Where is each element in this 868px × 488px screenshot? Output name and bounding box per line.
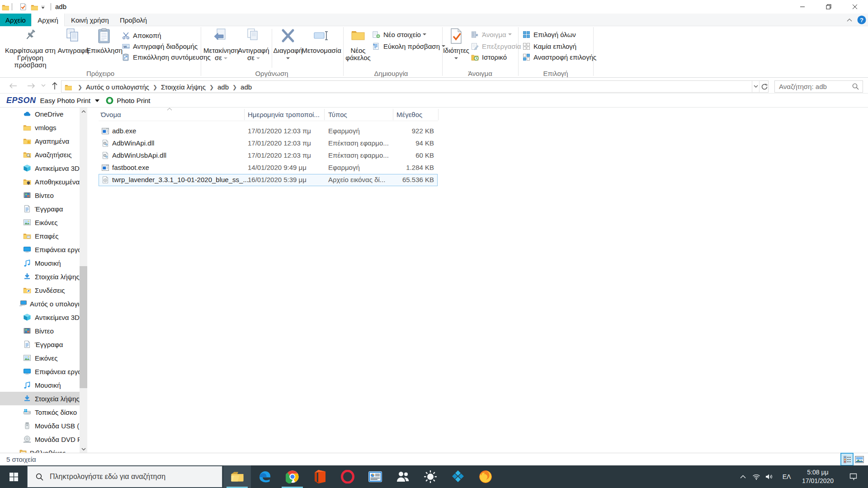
sidebar-item-usb-23[interactable]: Μονάδα USB (	[0, 419, 80, 432]
edit-button[interactable]: Επεξεργασία	[471, 41, 521, 52]
sidebar-item-download-21[interactable]: Στοιχεία λήψης	[0, 392, 80, 405]
file-row-fastboot.exe[interactable]: fastboot.exe14/01/2020 9:49 μμΕφαρμογή1.…	[99, 162, 438, 174]
wifi-icon[interactable]	[750, 465, 762, 488]
thumbnails-view-button[interactable]	[855, 455, 864, 464]
address-bar[interactable]: ❯ Αυτός ο υπολογιστής ❯ Στοιχεία λήψης ❯…	[61, 80, 769, 93]
forward-button[interactable]	[24, 78, 38, 94]
sidebar-item-folder-saved-5[interactable]: Αποθηκευμένα παιχνίδια	[0, 175, 80, 188]
sidebar-item-folder-search-3[interactable]: Αναζητήσεις	[0, 148, 80, 161]
taskbar-app-sun[interactable]	[416, 465, 444, 488]
sidebar-item-cube-15[interactable]: Αντικείμενα 3D	[0, 310, 80, 324]
taskbar-app-chrome[interactable]	[278, 465, 306, 488]
new-folder-button[interactable]: Νέοςφάκελος	[345, 28, 371, 61]
taskbar-app-office[interactable]	[306, 465, 334, 488]
sidebar-item-download-12[interactable]: Στοιχεία λήψης	[0, 270, 80, 283]
epson-menu[interactable]: Easy Photo Print	[40, 97, 91, 104]
tray-language[interactable]: ΕΛ	[779, 465, 794, 488]
open-button[interactable]: Άνοιγμα	[471, 29, 512, 40]
sidebar-item-folder-contact-9[interactable]: Επαφές	[0, 229, 80, 243]
sidebar-item-desktop-19[interactable]: Επιφάνεια εργασίας	[0, 365, 80, 378]
copy-to-button[interactable]: Αντιγραφήσε	[237, 28, 270, 61]
history-button[interactable]: Ιστορικό	[471, 52, 507, 62]
move-to-button[interactable]: Μετακίνησησε	[205, 28, 237, 61]
sidebar-item-libraries-25[interactable]: Βιβλιοθήκες	[0, 446, 80, 453]
tab-home[interactable]: Αρχική	[31, 14, 65, 27]
tray-clock[interactable]: 5:08 μμ17/01/2020	[797, 465, 839, 488]
select-all-button[interactable]: Επιλογή όλων	[523, 29, 576, 40]
breadcrumb-adb2[interactable]: adb	[241, 83, 252, 91]
taskbar-app-opera[interactable]	[334, 465, 361, 488]
tray-show-hidden-icons[interactable]	[737, 465, 749, 488]
sidebar-item-music-11[interactable]: Μουσική	[0, 256, 80, 270]
sidebar-item-disk-22[interactable]: Τοπικός δίσκο	[0, 405, 80, 419]
column-separator[interactable]	[438, 109, 439, 120]
sidebar-scrollbar[interactable]	[80, 108, 87, 453]
close-button[interactable]	[842, 0, 868, 14]
taskbar-app-firefox[interactable]	[472, 465, 499, 488]
taskbar-app-mail-cards[interactable]	[361, 465, 389, 488]
column-separator[interactable]	[324, 109, 325, 120]
sidebar-item-onedrive-0[interactable]: OneDrive	[0, 108, 80, 121]
taskbar-app-kodi[interactable]	[444, 465, 472, 488]
back-button[interactable]	[6, 78, 20, 94]
qat-properties-icon[interactable]	[19, 3, 27, 10]
sidebar-item-computer-14[interactable]: Αυτός ο υπολογιστής	[0, 297, 80, 310]
sidebar-item-video-6[interactable]: Βίντεο	[0, 188, 80, 202]
qat-new-folder-icon[interactable]	[31, 3, 38, 10]
select-none-button[interactable]: Καμία επιλογή	[523, 41, 576, 52]
volume-icon[interactable]	[763, 465, 776, 488]
delete-button[interactable]: Διαγραφή	[274, 28, 302, 61]
breadcrumb-this-pc[interactable]: Αυτός ο υπολογιστής	[86, 83, 149, 91]
taskbar-app-file-explorer[interactable]	[223, 465, 251, 488]
collapse-ribbon-icon[interactable]	[846, 18, 853, 22]
easy-access-button[interactable]: Εύκολη πρόσβαση	[373, 41, 445, 52]
file-row-AdbWinApi.dll[interactable]: AdbWinApi.dll17/01/2020 12:03 πμΕπέκταση…	[99, 137, 438, 150]
action-center-icon[interactable]	[846, 465, 860, 488]
file-row-adb.exe[interactable]: adb.exe17/01/2020 12:03 πμΕφαρμογή922 KB	[99, 125, 438, 137]
tab-file[interactable]: Αρχείο	[0, 14, 31, 26]
restore-button[interactable]	[816, 0, 842, 14]
file-row-AdbWinUsbApi.dll[interactable]: AdbWinUsbApi.dll17/01/2020 12:03 πμΕπέκτ…	[99, 150, 438, 162]
column-header-type[interactable]: Τύπος	[328, 108, 387, 121]
sidebar-item-desktop-10[interactable]: Επιφάνεια εργασίας	[0, 243, 80, 256]
sidebar-item-folder-link-13[interactable]: Συνδέσεις	[0, 283, 80, 297]
paste-shortcut-button[interactable]: Επικόλληση συντόμευσης	[122, 52, 211, 62]
details-view-button[interactable]	[840, 453, 854, 466]
sidebar-item-picture-18[interactable]: Εικόνες	[0, 351, 80, 365]
invert-selection-button[interactable]: Αναστροφή επιλογής	[523, 52, 596, 62]
sidebar-item-document-7[interactable]: Έγγραφα	[0, 202, 80, 216]
photo-print-button[interactable]: Photo Print	[117, 97, 150, 104]
sidebar-item-folder-star-2[interactable]: Αγαπημένα	[0, 134, 80, 148]
sidebar-item-document-17[interactable]: Έγγραφα	[0, 338, 80, 351]
paste-button[interactable]: Επικόλληση	[89, 28, 120, 54]
epson-menu-caret-icon[interactable]	[95, 99, 99, 102]
start-button[interactable]	[0, 465, 27, 488]
recent-locations-caret-icon[interactable]	[39, 78, 48, 94]
rename-button[interactable]: Μετονομασία	[302, 28, 340, 54]
column-separator[interactable]	[393, 109, 393, 120]
sidebar-item-picture-8[interactable]: Εικόνες	[0, 216, 80, 229]
sidebar-item-cube-4[interactable]: Αντικείμενα 3D	[0, 161, 80, 175]
new-item-button[interactable]: Νέο στοιχείο	[373, 29, 426, 40]
qat-customize-caret-icon[interactable]	[41, 6, 45, 9]
properties-button[interactable]: Ιδιότητες	[443, 28, 469, 61]
file-row-twrp_lavender_3.3.1_10-01-2020_blue_ss_...[interactable]: twrp_lavender_3.3.1_10-01-2020_blue_ss_.…	[99, 174, 438, 186]
search-icon[interactable]	[852, 83, 859, 90]
cut-button[interactable]: Αποκοπή	[122, 30, 161, 41]
address-dropdown-button[interactable]	[752, 81, 759, 92]
copy-path-button[interactable]: W... Αντιγραφή διαδρομής	[122, 41, 198, 52]
sidebar-item-music-20[interactable]: Μουσική	[0, 378, 80, 392]
refresh-button[interactable]	[759, 81, 769, 92]
search-box[interactable]: Αναζήτηση: adb	[774, 80, 863, 93]
scrollbar-down-icon[interactable]	[80, 445, 87, 453]
scrollbar-up-icon[interactable]	[80, 108, 87, 115]
taskbar-app-people[interactable]	[389, 465, 416, 488]
tab-share[interactable]: Κοινή χρήση	[65, 14, 115, 26]
scrollbar-thumb[interactable]	[80, 266, 87, 388]
breadcrumb-downloads[interactable]: Στοιχεία λήψης	[161, 83, 206, 91]
sidebar-item-folder-1[interactable]: vmlogs	[0, 121, 80, 134]
column-header-date[interactable]: Ημερομηνία τροποποί...	[248, 108, 320, 121]
up-button[interactable]	[48, 78, 61, 94]
help-icon[interactable]: ?	[857, 15, 866, 24]
taskbar-search-box[interactable]: Πληκτρολογήστε εδώ για αναζήτηση	[27, 466, 222, 488]
